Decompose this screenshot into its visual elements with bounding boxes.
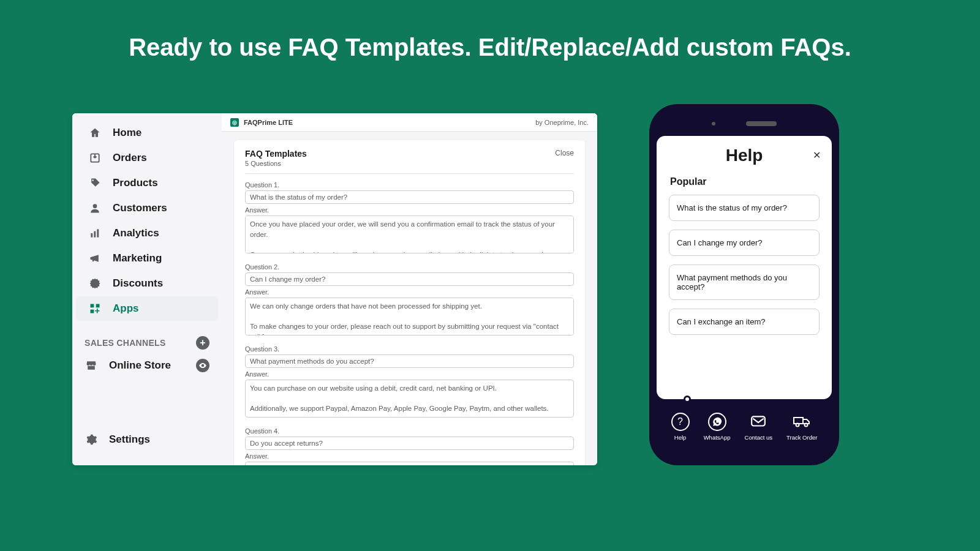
svg-rect-9 [794,418,803,424]
sidebar-item-label: Products [113,177,158,189]
main-panel: ◎ FAQPrime LITE by Oneprime, Inc. FAQ Te… [222,113,597,465]
question-label: Question 1. [245,181,574,189]
question-block-1: Question 1. Answer. [245,181,574,256]
help-icon: ? [671,413,690,431]
svg-rect-6 [96,304,100,308]
indicator-dot-icon [684,395,691,403]
tag-icon [88,176,102,190]
sidebar-item-online-store[interactable]: Online Store [72,353,222,378]
close-icon[interactable]: ✕ [813,149,821,161]
sidebar-item-label: Analytics [113,227,159,239]
answer-textarea[interactable] [245,216,574,253]
answer-label: Answer. [245,206,574,214]
sidebar-item-label: Discounts [113,277,163,290]
phone-mockup: Help ✕ Popular What is the status of my … [649,104,839,465]
apps-icon [88,302,102,315]
question-block-4: Question 4. Answer. [245,427,574,465]
sidebar-item-label: Home [113,127,141,139]
bot-label: Contact us [745,434,772,441]
card-title: FAQ Templates [245,149,307,159]
bottom-nav-whatsapp[interactable]: WhatsApp [704,413,731,441]
sidebar-item-products[interactable]: Products [76,171,218,195]
faq-templates-card: FAQ Templates 5 Questions Close Question… [234,140,585,465]
sidebar-item-analytics[interactable]: Analytics [76,221,218,246]
help-title: Help [726,146,763,165]
question-label: Question 2. [245,263,574,271]
page-headline: Ready to use FAQ Templates. Edit/Replace… [0,0,980,61]
whatsapp-icon [708,413,726,431]
vendor-label: by Oneprime, Inc. [535,119,589,126]
answer-textarea[interactable] [245,380,574,418]
megaphone-icon [88,252,102,265]
sidebar-item-settings[interactable]: Settings [72,427,222,452]
app-logo-icon: ◎ [230,118,239,127]
gear-icon [85,433,98,446]
sidebar-item-discounts[interactable]: Discounts [76,271,218,296]
card-subtitle: 5 Questions [245,160,307,167]
sidebar-item-label: Customers [113,202,167,214]
faq-item[interactable]: Can I change my order? [669,230,820,256]
channel-label: Online Store [109,359,171,372]
close-button[interactable]: Close [555,149,574,157]
content-area: FAQ Templates 5 Questions Close Question… [222,132,597,465]
app-title: FAQPrime LITE [244,119,293,126]
bot-label: WhatsApp [704,434,731,441]
view-store-button[interactable] [196,359,209,372]
svg-point-1 [93,204,97,208]
app-window: Home Orders Products Customers Analytics [72,113,597,465]
sales-channels-header: SALES CHANNELS + [72,330,222,353]
phone-notch [657,111,832,136]
truck-icon [793,413,811,431]
sidebar-item-label: Orders [113,152,147,164]
bars-icon [88,227,102,240]
sidebar-item-label: Apps [113,302,139,315]
settings-label: Settings [109,433,150,446]
bottom-nav-track[interactable]: Track Order [786,413,817,441]
svg-point-11 [805,424,808,427]
faq-item[interactable]: What payment methods do you accept? [669,264,820,300]
question-input[interactable] [245,272,574,286]
phone-bottom-nav: ? Help WhatsApp Contact us Track Order [657,399,832,454]
faq-item[interactable]: What is the status of my order? [669,195,820,221]
question-input[interactable] [245,190,574,204]
question-block-2: Question 2. Answer. [245,263,574,338]
bottom-nav-help[interactable]: ? Help [671,413,690,441]
phone-screen: Help ✕ Popular What is the status of my … [657,136,832,399]
home-icon [88,126,102,140]
question-label: Question 4. [245,427,574,435]
svg-rect-3 [94,231,96,238]
bottom-nav-contact[interactable]: Contact us [745,413,772,441]
sidebar-item-apps[interactable]: Apps [76,296,218,321]
section-label: SALES CHANNELS [85,338,166,348]
question-input[interactable] [245,354,574,368]
bot-label: Track Order [786,434,817,441]
answer-textarea[interactable] [245,462,574,465]
question-label: Question 3. [245,345,574,353]
svg-rect-2 [91,233,92,238]
sidebar-item-label: Marketing [113,252,162,264]
question-block-3: Question 3. Answer. [245,345,574,420]
inbox-icon [88,151,102,165]
store-icon [85,359,98,372]
svg-rect-8 [752,416,765,425]
answer-textarea[interactable] [245,298,574,335]
bot-label: Help [674,434,687,441]
answer-label: Answer. [245,370,574,378]
svg-rect-7 [91,310,94,313]
person-icon [88,201,102,215]
speaker-icon [746,121,777,126]
question-input[interactable] [245,437,574,450]
sidebar-item-orders[interactable]: Orders [76,146,218,170]
camera-dot-icon [712,122,715,126]
sidebar-item-marketing[interactable]: Marketing [76,246,218,271]
popular-heading: Popular [670,176,818,187]
svg-rect-4 [97,229,99,237]
add-channel-button[interactable]: + [196,336,209,350]
app-bar: ◎ FAQPrime LITE by Oneprime, Inc. [222,113,597,132]
sidebar: Home Orders Products Customers Analytics [72,113,222,465]
faq-item[interactable]: Can I exchange an item? [669,309,820,335]
answer-label: Answer. [245,452,574,460]
sidebar-item-customers[interactable]: Customers [76,196,218,220]
sidebar-item-home[interactable]: Home [76,121,218,145]
svg-rect-5 [91,304,94,308]
